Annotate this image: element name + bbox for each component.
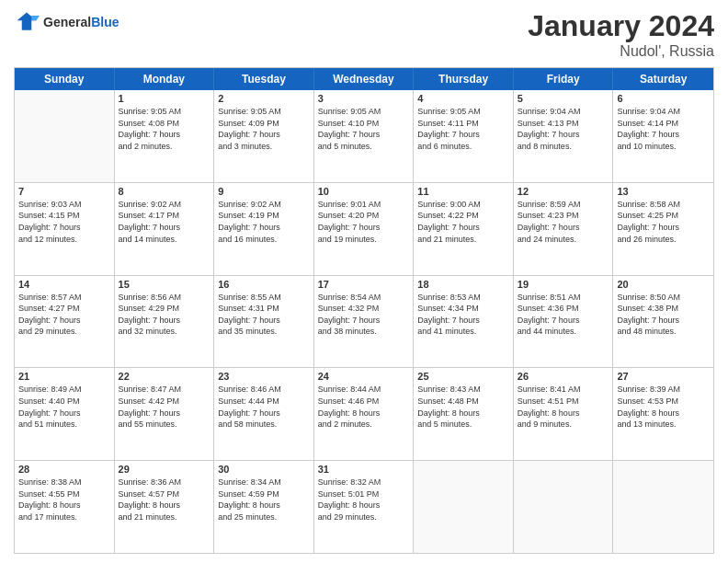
day-info: Sunrise: 9:02 AM Sunset: 4:19 PM Dayligh…	[218, 199, 310, 245]
day-number: 1	[119, 93, 210, 104]
calendar-row: 1Sunrise: 9:05 AM Sunset: 4:08 PM Daylig…	[15, 90, 713, 182]
day-info: Sunrise: 8:44 AM Sunset: 4:46 PM Dayligh…	[318, 384, 410, 430]
day-number: 15	[119, 279, 210, 290]
calendar-cell	[613, 461, 713, 553]
day-number: 11	[417, 186, 509, 197]
calendar-cell: 16Sunrise: 8:55 AM Sunset: 4:31 PM Dayli…	[214, 276, 314, 368]
calendar-cell	[514, 461, 614, 553]
calendar-cell: 28Sunrise: 8:38 AM Sunset: 4:55 PM Dayli…	[15, 461, 115, 553]
calendar-cell: 10Sunrise: 9:01 AM Sunset: 4:20 PM Dayli…	[314, 183, 415, 275]
day-info: Sunrise: 8:54 AM Sunset: 4:32 PM Dayligh…	[318, 292, 410, 338]
calendar-cell	[414, 461, 514, 553]
day-info: Sunrise: 9:05 AM Sunset: 4:11 PM Dayligh…	[417, 106, 509, 152]
day-info: Sunrise: 9:01 AM Sunset: 4:20 PM Dayligh…	[318, 199, 410, 245]
calendar-row: 7Sunrise: 9:03 AM Sunset: 4:15 PM Daylig…	[15, 182, 713, 275]
day-info: Sunrise: 8:56 AM Sunset: 4:29 PM Dayligh…	[119, 292, 210, 338]
calendar-cell: 17Sunrise: 8:54 AM Sunset: 4:32 PM Dayli…	[314, 276, 415, 368]
day-info: Sunrise: 8:50 AM Sunset: 4:38 PM Dayligh…	[617, 292, 710, 338]
calendar-cell: 20Sunrise: 8:50 AM Sunset: 4:38 PM Dayli…	[613, 276, 713, 368]
svg-marker-0	[17, 13, 37, 30]
calendar-cell: 12Sunrise: 8:59 AM Sunset: 4:23 PM Dayli…	[514, 183, 614, 275]
day-number: 27	[617, 371, 710, 382]
day-number: 4	[417, 93, 509, 104]
calendar-cell: 5Sunrise: 9:04 AM Sunset: 4:13 PM Daylig…	[514, 90, 614, 182]
day-info: Sunrise: 9:00 AM Sunset: 4:22 PM Dayligh…	[417, 199, 509, 245]
calendar-cell: 29Sunrise: 8:36 AM Sunset: 4:57 PM Dayli…	[115, 461, 215, 553]
day-number: 3	[318, 93, 410, 104]
day-info: Sunrise: 8:38 AM Sunset: 4:55 PM Dayligh…	[18, 477, 110, 523]
page: GeneralBlue January 2024 Nudol', Russia …	[0, 0, 728, 563]
day-number: 24	[318, 371, 410, 382]
calendar-cell: 11Sunrise: 9:00 AM Sunset: 4:22 PM Dayli…	[414, 183, 514, 275]
logo-icon	[14, 9, 40, 35]
day-info: Sunrise: 8:47 AM Sunset: 4:42 PM Dayligh…	[119, 384, 210, 430]
weekday-header: Thursday	[414, 68, 514, 90]
calendar-cell: 18Sunrise: 8:53 AM Sunset: 4:34 PM Dayli…	[414, 276, 514, 368]
day-number: 20	[617, 279, 710, 290]
day-info: Sunrise: 8:41 AM Sunset: 4:51 PM Dayligh…	[518, 384, 609, 430]
weekday-header: Tuesday	[214, 68, 314, 90]
calendar-cell: 27Sunrise: 8:39 AM Sunset: 4:53 PM Dayli…	[613, 368, 713, 460]
day-info: Sunrise: 8:36 AM Sunset: 4:57 PM Dayligh…	[119, 477, 210, 523]
header: GeneralBlue January 2024 Nudol', Russia	[14, 9, 714, 60]
day-number: 7	[18, 186, 110, 197]
day-info: Sunrise: 9:05 AM Sunset: 4:08 PM Dayligh…	[119, 106, 210, 152]
calendar-cell: 2Sunrise: 9:05 AM Sunset: 4:09 PM Daylig…	[214, 90, 314, 182]
calendar-cell: 13Sunrise: 8:58 AM Sunset: 4:25 PM Dayli…	[613, 183, 713, 275]
calendar-cell	[15, 90, 115, 182]
day-number: 30	[218, 464, 310, 475]
day-info: Sunrise: 8:55 AM Sunset: 4:31 PM Dayligh…	[218, 292, 310, 338]
calendar-row: 14Sunrise: 8:57 AM Sunset: 4:27 PM Dayli…	[15, 275, 713, 368]
day-info: Sunrise: 8:49 AM Sunset: 4:40 PM Dayligh…	[18, 384, 110, 430]
calendar-cell: 9Sunrise: 9:02 AM Sunset: 4:19 PM Daylig…	[214, 183, 314, 275]
day-info: Sunrise: 9:02 AM Sunset: 4:17 PM Dayligh…	[119, 199, 210, 245]
day-number: 12	[518, 186, 609, 197]
day-info: Sunrise: 8:51 AM Sunset: 4:36 PM Dayligh…	[518, 292, 609, 338]
title-block: January 2024 Nudol', Russia	[528, 9, 714, 60]
day-info: Sunrise: 9:04 AM Sunset: 4:14 PM Dayligh…	[617, 106, 710, 152]
logo-text: GeneralBlue	[43, 15, 119, 30]
calendar-cell: 21Sunrise: 8:49 AM Sunset: 4:40 PM Dayli…	[15, 368, 115, 460]
day-info: Sunrise: 8:46 AM Sunset: 4:44 PM Dayligh…	[218, 384, 310, 430]
title-month: January 2024	[528, 9, 714, 43]
calendar-cell: 8Sunrise: 9:02 AM Sunset: 4:17 PM Daylig…	[115, 183, 215, 275]
day-number: 10	[318, 186, 410, 197]
calendar-cell: 25Sunrise: 8:43 AM Sunset: 4:48 PM Dayli…	[414, 368, 514, 460]
svg-marker-1	[31, 16, 40, 20]
day-info: Sunrise: 8:39 AM Sunset: 4:53 PM Dayligh…	[617, 384, 710, 430]
day-info: Sunrise: 8:57 AM Sunset: 4:27 PM Dayligh…	[18, 292, 110, 338]
day-number: 31	[318, 464, 410, 475]
day-number: 23	[218, 371, 310, 382]
day-number: 22	[119, 371, 210, 382]
calendar-cell: 4Sunrise: 9:05 AM Sunset: 4:11 PM Daylig…	[414, 90, 514, 182]
weekday-header: Wednesday	[314, 68, 415, 90]
day-info: Sunrise: 8:32 AM Sunset: 5:01 PM Dayligh…	[318, 477, 410, 523]
day-number: 16	[218, 279, 310, 290]
day-info: Sunrise: 8:34 AM Sunset: 4:59 PM Dayligh…	[218, 477, 310, 523]
calendar-cell: 14Sunrise: 8:57 AM Sunset: 4:27 PM Dayli…	[15, 276, 115, 368]
calendar-body: 1Sunrise: 9:05 AM Sunset: 4:08 PM Daylig…	[15, 90, 713, 553]
calendar-row: 28Sunrise: 8:38 AM Sunset: 4:55 PM Dayli…	[15, 460, 713, 553]
calendar-cell: 7Sunrise: 9:03 AM Sunset: 4:15 PM Daylig…	[15, 183, 115, 275]
calendar-header: SundayMondayTuesdayWednesdayThursdayFrid…	[15, 68, 713, 90]
day-number: 29	[119, 464, 210, 475]
day-number: 14	[18, 279, 110, 290]
day-number: 25	[417, 371, 509, 382]
day-number: 2	[218, 93, 310, 104]
day-info: Sunrise: 8:43 AM Sunset: 4:48 PM Dayligh…	[417, 384, 509, 430]
day-info: Sunrise: 8:59 AM Sunset: 4:23 PM Dayligh…	[518, 199, 609, 245]
logo: GeneralBlue	[14, 9, 119, 35]
day-info: Sunrise: 9:05 AM Sunset: 4:10 PM Dayligh…	[318, 106, 410, 152]
day-info: Sunrise: 8:53 AM Sunset: 4:34 PM Dayligh…	[417, 292, 509, 338]
day-number: 6	[617, 93, 710, 104]
day-info: Sunrise: 9:04 AM Sunset: 4:13 PM Dayligh…	[518, 106, 609, 152]
calendar-row: 21Sunrise: 8:49 AM Sunset: 4:40 PM Dayli…	[15, 367, 713, 460]
day-number: 5	[518, 93, 609, 104]
day-number: 13	[617, 186, 710, 197]
calendar-cell: 15Sunrise: 8:56 AM Sunset: 4:29 PM Dayli…	[115, 276, 215, 368]
day-number: 17	[318, 279, 410, 290]
calendar-cell: 31Sunrise: 8:32 AM Sunset: 5:01 PM Dayli…	[314, 461, 415, 553]
weekday-header: Monday	[115, 68, 215, 90]
logo-general: General	[43, 15, 91, 29]
day-number: 18	[417, 279, 509, 290]
